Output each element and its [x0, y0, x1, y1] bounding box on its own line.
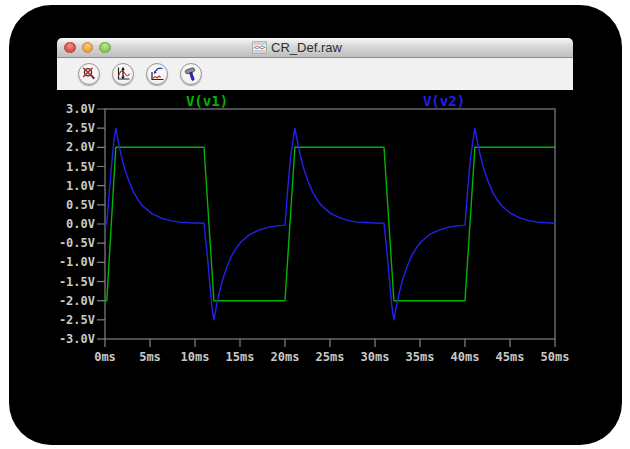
- x-tick-label: 15ms: [226, 350, 255, 364]
- hammer-icon: [183, 66, 199, 82]
- y-tick-label: -3.0V: [59, 332, 95, 346]
- y-tick-label: 1.0V: [66, 179, 95, 193]
- x-tick-label: 25ms: [316, 350, 345, 364]
- plot-settings-icon: [149, 66, 165, 82]
- trace-V(v1)[interactable]: [105, 147, 555, 300]
- y-tick-label: 3.0V: [66, 102, 95, 116]
- plot-pane: V(v1) V(v2) 3.0V2.5V2.0V1.5V1.0V0.5V0.0V…: [57, 90, 573, 415]
- y-tick-label: -0.5V: [59, 236, 95, 250]
- zoom-undo-button[interactable]: [78, 63, 100, 85]
- x-tick-label: 35ms: [406, 350, 435, 364]
- waveform-doc-icon: [252, 40, 267, 55]
- y-tick-label: 2.0V: [66, 140, 95, 154]
- window-title: CR_Def.raw: [271, 40, 342, 55]
- y-tick-label: -2.0V: [59, 294, 95, 308]
- x-tick-label: 10ms: [181, 350, 210, 364]
- plot-settings-button[interactable]: [146, 63, 168, 85]
- traces: [105, 128, 555, 320]
- x-tick-label: 50ms: [541, 350, 570, 364]
- y-tick-label: -2.5V: [59, 313, 95, 327]
- zoom-button[interactable]: [99, 42, 111, 54]
- x-tick-label: 20ms: [271, 350, 300, 364]
- autorange-y-axis-icon: [115, 66, 131, 82]
- y-tick-label: 1.5V: [66, 160, 95, 174]
- autorange-y-axis-button[interactable]: [112, 63, 134, 85]
- waveform-viewer-window: CR_Def.raw: [57, 38, 573, 415]
- minimize-button[interactable]: [82, 42, 94, 54]
- titlebar[interactable]: CR_Def.raw: [57, 38, 573, 58]
- x-tick-label: 40ms: [451, 350, 480, 364]
- toolbar: [57, 58, 573, 90]
- legend-v2[interactable]: V(v2): [423, 93, 465, 109]
- y-tick-label: 0.0V: [66, 217, 95, 231]
- trace-V(v2)[interactable]: [105, 128, 555, 320]
- close-button[interactable]: [64, 42, 76, 54]
- x-tick-label: 45ms: [496, 350, 525, 364]
- waveform-chart[interactable]: V(v1) V(v2) 3.0V2.5V2.0V1.5V1.0V0.5V0.0V…: [57, 90, 573, 415]
- y-tick-label: -1.0V: [59, 255, 95, 269]
- x-tick-label: 30ms: [361, 350, 390, 364]
- x-tick-label: 5ms: [139, 350, 161, 364]
- traffic-lights: [64, 38, 111, 57]
- y-tick-label: 2.5V: [66, 121, 95, 135]
- control-panel-button[interactable]: [180, 63, 202, 85]
- y-tick-label: -1.5V: [59, 275, 95, 289]
- title-group: CR_Def.raw: [252, 40, 342, 55]
- x-tick-label: 0ms: [94, 350, 116, 364]
- axes: 3.0V2.5V2.0V1.5V1.0V0.5V0.0V-0.5V-1.0V-1…: [59, 102, 570, 364]
- magnifier-cross-icon: [81, 66, 97, 82]
- y-tick-label: 0.5V: [66, 198, 95, 212]
- legend-v1[interactable]: V(v1): [186, 93, 228, 109]
- plot-border: [105, 109, 555, 339]
